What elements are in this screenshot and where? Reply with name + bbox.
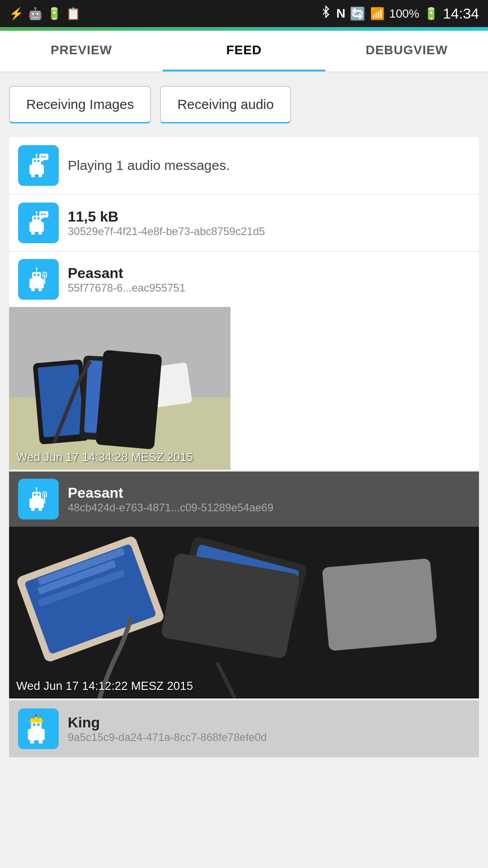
svg-rect-19 bbox=[38, 232, 42, 235]
image-photo-1: LG bbox=[9, 307, 230, 470]
king-avatar bbox=[18, 708, 59, 749]
svg-point-48 bbox=[36, 487, 38, 489]
image-container-1: LG Wed Jun 17 14:34:28 MESZ 2015 bbox=[9, 307, 479, 470]
image-header-1: Peasant 55f77678-6...eac955751 bbox=[9, 252, 479, 307]
svg-point-2 bbox=[34, 160, 36, 162]
king-id: 9a5c15c9-da24-471a-8cc7-868fe78efe0d bbox=[68, 731, 267, 744]
svg-point-46 bbox=[38, 494, 40, 496]
svg-point-27 bbox=[38, 274, 40, 276]
svg-point-11 bbox=[44, 156, 46, 158]
svg-point-71 bbox=[39, 716, 42, 718]
battery-icon: 🔋 bbox=[47, 7, 61, 21]
sync-icon: 🔄 bbox=[350, 6, 366, 21]
image-container-2: Wed Jun 17 14:12:22 MESZ 2015 bbox=[9, 527, 479, 698]
usb-icon: ⚡ bbox=[9, 7, 23, 21]
svg-rect-44 bbox=[32, 492, 41, 499]
svg-text:LG: LG bbox=[140, 379, 151, 388]
svg-rect-40 bbox=[84, 360, 131, 435]
svg-point-69 bbox=[31, 716, 33, 718]
tab-feed[interactable]: FEED bbox=[163, 31, 325, 71]
sender-name-2: Peasant bbox=[68, 485, 273, 501]
n-icon: N bbox=[336, 6, 345, 21]
svg-rect-24 bbox=[29, 278, 44, 288]
svg-point-70 bbox=[35, 715, 38, 717]
signal-icon: 📶 bbox=[370, 7, 385, 21]
svg-point-26 bbox=[34, 274, 36, 276]
file-size: 11,5 kB bbox=[68, 208, 265, 225]
sender-info-1: Peasant 55f77678-6...eac955751 bbox=[68, 265, 185, 294]
svg-point-22 bbox=[41, 213, 43, 215]
file-hash: 30529e7f-4f21-4e8f-be73-abc8759c21d5 bbox=[68, 225, 265, 238]
file-info: 11,5 kB 30529e7f-4f21-4e8f-be73-abc8759c… bbox=[68, 208, 265, 238]
svg-marker-21 bbox=[41, 217, 44, 219]
king-sender-info: King 9a5c15c9-da24-471a-8cc7-868fe78efe0… bbox=[68, 714, 267, 744]
king-item[interactable]: King 9a5c15c9-da24-471a-8cc7-868fe78efe0… bbox=[9, 700, 479, 757]
svg-rect-31 bbox=[38, 288, 42, 291]
svg-rect-7 bbox=[38, 175, 42, 177]
sender-info-2: Peasant 48cb424d-e763-4871...c09-51289e5… bbox=[68, 485, 273, 514]
audio-avatar bbox=[18, 145, 59, 186]
svg-point-15 bbox=[38, 217, 40, 220]
svg-point-10 bbox=[41, 156, 43, 158]
sub-tab-receiving-images[interactable]: Receiving Images bbox=[9, 86, 151, 123]
svg-rect-30 bbox=[31, 288, 35, 291]
svg-rect-41 bbox=[133, 362, 192, 410]
sender-avatar-1 bbox=[18, 259, 59, 300]
image-photo-2 bbox=[9, 527, 479, 698]
sender-name-1: Peasant bbox=[68, 265, 185, 282]
svg-rect-73 bbox=[38, 741, 42, 744]
svg-point-45 bbox=[34, 494, 36, 496]
sender-id-2: 48cb424d-e763-4871...c09-51289e54ae69 bbox=[68, 501, 273, 514]
sender-avatar-2 bbox=[18, 479, 59, 519]
svg-rect-49 bbox=[31, 508, 35, 511]
feed-list: Playing 1 audio messages. bbox=[9, 137, 479, 757]
main-content: Receiving Images Receiving audio bbox=[0, 72, 488, 771]
image-timestamp-1: Wed Jun 17 14:34:28 MESZ 2015 bbox=[16, 450, 193, 464]
audio-message-text: Playing 1 audio messages. bbox=[68, 158, 230, 173]
svg-point-17 bbox=[36, 211, 38, 213]
sender-id-1: 55f77678-6...eac955751 bbox=[68, 282, 185, 294]
svg-rect-6 bbox=[31, 175, 35, 177]
sub-tab-receiving-audio[interactable]: Receiving audio bbox=[160, 86, 291, 123]
android-debug-icon: 🤖 bbox=[28, 7, 42, 21]
image-header-2: Peasant 48cb424d-e763-4871...c09-51289e5… bbox=[9, 472, 479, 527]
doc-icon: 📋 bbox=[66, 7, 80, 21]
svg-rect-0 bbox=[29, 165, 44, 175]
svg-marker-9 bbox=[41, 160, 44, 162]
tab-preview[interactable]: PREVIEW bbox=[0, 31, 163, 71]
svg-rect-50 bbox=[38, 508, 42, 511]
status-icons-left: ⚡ 🤖 🔋 📋 bbox=[9, 7, 80, 21]
svg-rect-25 bbox=[32, 272, 41, 279]
svg-rect-63 bbox=[28, 729, 45, 741]
svg-rect-72 bbox=[30, 741, 34, 744]
svg-point-29 bbox=[36, 268, 38, 269]
svg-rect-64 bbox=[31, 722, 42, 730]
svg-rect-18 bbox=[31, 232, 35, 235]
audio-message-item: Playing 1 audio messages. bbox=[9, 137, 479, 194]
image-feed-item-1[interactable]: Peasant 55f77678-6...eac955751 bbox=[9, 252, 479, 470]
file-item: 11,5 kB 30529e7f-4f21-4e8f-be73-abc8759c… bbox=[9, 194, 479, 252]
sub-tabs: Receiving Images Receiving audio bbox=[9, 86, 479, 123]
battery-full-icon: 🔋 bbox=[424, 7, 438, 21]
tab-navigation: PREVIEW FEED DEBUGVIEW bbox=[0, 31, 488, 72]
accent-bar bbox=[0, 27, 488, 31]
svg-point-65 bbox=[33, 723, 36, 726]
status-bar: ⚡ 🤖 🔋 📋 N 🔄 📶 100% 🔋 14:34 bbox=[0, 0, 488, 27]
status-icons-right: N 🔄 📶 100% 🔋 14:34 bbox=[320, 5, 479, 22]
svg-rect-59 bbox=[322, 558, 437, 651]
clock: 14:34 bbox=[443, 5, 479, 22]
svg-point-23 bbox=[44, 213, 46, 215]
svg-point-14 bbox=[34, 217, 36, 220]
image-timestamp-2: Wed Jun 17 14:12:22 MESZ 2015 bbox=[16, 679, 193, 693]
svg-rect-12 bbox=[29, 222, 44, 232]
bluetooth-icon bbox=[320, 5, 332, 22]
svg-point-66 bbox=[37, 723, 40, 726]
svg-rect-43 bbox=[29, 498, 44, 508]
svg-point-5 bbox=[36, 154, 38, 156]
battery-percentage: 100% bbox=[389, 7, 419, 21]
file-avatar bbox=[18, 203, 59, 243]
image-feed-item-2[interactable]: Peasant 48cb424d-e763-4871...c09-51289e5… bbox=[9, 472, 479, 698]
king-name: King bbox=[68, 714, 267, 731]
tab-debugview[interactable]: DEBUGVIEW bbox=[325, 31, 488, 71]
svg-point-3 bbox=[38, 160, 40, 162]
